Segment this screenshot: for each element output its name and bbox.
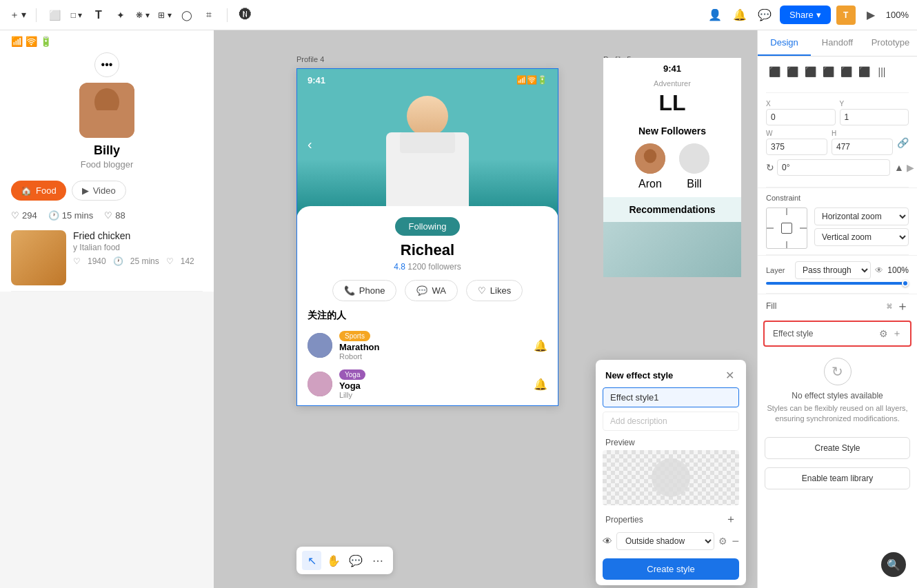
rotation-row: ↻ ▲ ▶ ⊡ xyxy=(766,159,909,176)
align-center-v-btn[interactable]: ⬛ xyxy=(838,63,854,80)
bell-icon-1[interactable]: 🔔 xyxy=(534,339,547,352)
following-button[interactable]: Following xyxy=(395,217,461,236)
food-tab[interactable]: 🏠 Food xyxy=(11,181,66,201)
follow-item-1: Sports Marathon Robort 🔔 xyxy=(308,326,547,365)
video-tab[interactable]: ▶ Video xyxy=(72,181,126,201)
notification-btn[interactable]: 🔔 xyxy=(730,6,749,25)
frame-tool-btn[interactable]: ⬜ xyxy=(45,6,64,25)
svg-rect-7 xyxy=(640,165,660,174)
effect-description[interactable]: Add description xyxy=(603,412,739,431)
text-tool-btn[interactable]: T xyxy=(89,6,108,25)
create-style-button[interactable]: Create Style xyxy=(765,437,910,459)
constraint-diagram xyxy=(766,207,807,249)
add-fill-button[interactable]: ＋ xyxy=(896,300,909,312)
fill-actions: ⌘ ＋ xyxy=(887,300,909,312)
comment-tool-btn[interactable]: 💬 xyxy=(346,551,365,570)
align-bottom-btn[interactable]: ⬛ xyxy=(856,63,872,80)
vector-tool-btn[interactable]: ✦ xyxy=(111,6,130,25)
tab-design[interactable]: Design xyxy=(758,30,811,56)
effect-name-input[interactable] xyxy=(603,387,739,407)
rotation-input[interactable] xyxy=(777,159,890,176)
no-styles-icon: ↻ xyxy=(824,358,852,385)
tab-prototype[interactable]: Prototype xyxy=(864,30,917,56)
panel-tabs: Design Handoff Prototype xyxy=(758,30,917,57)
component-tool-btn[interactable]: ❋ ▾ xyxy=(133,6,152,25)
add-tool-btn[interactable]: ＋ ▾ xyxy=(8,6,28,25)
constraint-center xyxy=(781,223,792,234)
w-label: W xyxy=(766,130,827,137)
wh-row: W H 🔗 xyxy=(766,130,909,155)
align-center-h-btn[interactable]: ⬛ xyxy=(784,63,800,80)
rect-tool-btn[interactable]: □ ▾ xyxy=(67,6,86,25)
profile-role: Food blogger xyxy=(0,159,214,170)
play-btn[interactable]: ▶ xyxy=(861,6,880,25)
select-tool-btn[interactable]: ↖ xyxy=(302,551,321,570)
zoom-label[interactable]: 100% xyxy=(886,10,909,20)
keyboard-shortcut-icon: ⌘ xyxy=(887,301,892,312)
remove-effect-icon[interactable]: − xyxy=(732,534,739,549)
hand-tool-btn[interactable]: ✋ xyxy=(324,551,343,570)
logo-btn[interactable]: 🅝 xyxy=(236,6,255,25)
phone-button[interactable]: 📞 Phone xyxy=(332,280,397,301)
x-input[interactable] xyxy=(766,109,836,125)
search-fab[interactable]: 🔍 xyxy=(881,552,906,577)
effect-preview-area xyxy=(603,450,739,505)
post2-likes: 1940 xyxy=(88,256,106,266)
opacity-slider-thumb xyxy=(902,280,909,287)
signal-icons: 📶 🛜 🔋 xyxy=(11,36,52,47)
visibility-toggle[interactable]: 👁 xyxy=(603,536,612,547)
blend-mode-select[interactable]: Pass through xyxy=(795,261,871,279)
opacity-slider[interactable] xyxy=(766,282,909,285)
tab-handoff[interactable]: Handoff xyxy=(811,30,864,56)
corner-icon2: ▶ xyxy=(907,162,914,173)
profile-name: Billy xyxy=(0,143,214,158)
p4-back-icon[interactable]: ‹ xyxy=(308,136,312,152)
share-button[interactable]: Share ▾ xyxy=(780,6,831,24)
create-style-modal-button[interactable]: Create style xyxy=(603,558,739,580)
layer-section: Layer Pass through 👁 100% xyxy=(758,255,917,293)
align-right-btn[interactable]: ⬛ xyxy=(802,63,818,80)
h-constraint-select[interactable]: Horizontal zoom xyxy=(814,207,909,225)
p4-followers-text: 1200 followers xyxy=(407,262,461,272)
align-top-btn[interactable]: ⬛ xyxy=(820,63,836,80)
settings-icon[interactable]: ⚙ xyxy=(718,536,727,547)
effect-modal-close-button[interactable]: ✕ xyxy=(723,368,736,382)
style-library-icon[interactable]: ⚙ xyxy=(879,328,888,339)
link-wh-btn[interactable]: 🔗 xyxy=(897,130,909,155)
likes-button[interactable]: ♡ Likes xyxy=(466,280,523,301)
speech-btn[interactable]: 💬 xyxy=(755,6,774,25)
add-property-button[interactable]: ＋ xyxy=(725,512,736,527)
layer-row: Layer Pass through 👁 100% xyxy=(766,261,909,279)
transform-tool-btn[interactable]: ⊞ ▾ xyxy=(155,6,174,25)
y-input[interactable] xyxy=(840,109,909,125)
eye-layer-icon[interactable]: 👁 xyxy=(875,265,883,275)
enable-team-library-button[interactable]: Enable team library xyxy=(765,467,910,489)
w-input[interactable] xyxy=(766,139,827,155)
align-left-btn[interactable]: ⬛ xyxy=(766,63,783,80)
overflow-tool-btn[interactable]: ⋯ xyxy=(368,551,387,570)
xywh-section: X Y W H 🔗 xyxy=(758,93,917,187)
profile4-frame[interactable]: 9:41 📶🛜🔋 ‹ Following xyxy=(296,68,558,406)
opacity-value: 100% xyxy=(887,265,909,275)
bell-icon-2[interactable]: 🔔 xyxy=(534,378,547,391)
shadow-type-select[interactable]: Outside shadow xyxy=(616,532,714,550)
search-icon: 🔍 xyxy=(887,558,900,571)
alignment-row-1: ⬛ ⬛ ⬛ ⬛ ⬛ ⬛ ||| xyxy=(766,63,909,80)
canvas[interactable]: 📶 🛜 🔋 ••• Billy Food blogger xyxy=(0,30,757,588)
distribute-h-btn[interactable]: ||| xyxy=(874,63,890,80)
crop-tool-btn[interactable]: ⌗ xyxy=(199,6,219,25)
status-bar-left: 📶 🛜 🔋 xyxy=(0,30,214,52)
w-field-group: W xyxy=(766,130,827,155)
more-button[interactable]: ••• xyxy=(94,52,119,77)
ellipse-tool-btn[interactable]: ◯ xyxy=(177,6,196,25)
h-input[interactable] xyxy=(832,139,893,155)
svg-rect-3 xyxy=(308,333,332,358)
wa-button[interactable]: 💬 WA xyxy=(405,280,457,301)
user-avatar-t[interactable]: T xyxy=(836,6,856,25)
food-icon: 🏠 xyxy=(21,185,32,196)
add-effect-style-icon[interactable]: ＋ xyxy=(892,327,902,340)
v-constraint-select[interactable]: Vertical zoom xyxy=(814,228,909,246)
p5-avatar-bill xyxy=(678,142,711,175)
profile-icon-btn[interactable]: 👤 xyxy=(705,6,725,25)
p5-time: 9:41 xyxy=(603,58,741,79)
